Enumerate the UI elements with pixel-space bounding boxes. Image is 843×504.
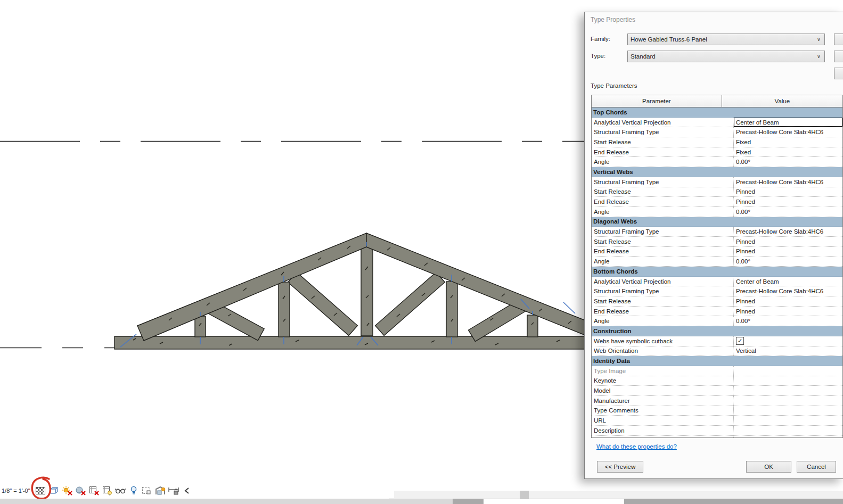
- parameter-row[interactable]: URL: [592, 416, 842, 426]
- parameter-value[interactable]: Pinned: [733, 247, 842, 257]
- parameter-row[interactable]: Angle0.00°: [592, 257, 842, 267]
- parameter-row[interactable]: Manufacturer: [592, 396, 842, 406]
- family-label: Family:: [591, 36, 610, 42]
- table-header: Parameter Value: [592, 95, 842, 108]
- section-header-row: Top Chords: [592, 108, 842, 118]
- section-header-row: Identity Data: [592, 356, 842, 366]
- parameter-value[interactable]: Precast-Hollow Core Slab:4HC6: [733, 127, 842, 137]
- parameter-row[interactable]: Type Comments: [592, 406, 842, 416]
- temporary-view-properties-icon[interactable]: [142, 485, 152, 496]
- parameter-value[interactable]: Pinned: [733, 296, 842, 306]
- parameter-value[interactable]: Precast-Hollow Core Slab:4HC6: [733, 286, 842, 296]
- rename-button[interactable]: [834, 68, 843, 79]
- parameter-row[interactable]: Keynote: [592, 376, 842, 386]
- parameter-name: Structural Framing Type: [592, 177, 733, 187]
- cancel-button[interactable]: Cancel: [797, 461, 836, 473]
- parameter-value[interactable]: Pinned: [733, 197, 842, 206]
- checkbox[interactable]: ✓: [736, 337, 744, 345]
- duplicate-button[interactable]: [834, 51, 843, 62]
- parameter-value[interactable]: 0.00°: [733, 207, 842, 217]
- chevron-down-icon: ∨: [817, 54, 821, 59]
- parameter-value[interactable]: Precast-Hollow Core Slab:4HC6: [733, 177, 842, 187]
- parameter-value[interactable]: 0.00°: [733, 157, 842, 167]
- detail-level-icon[interactable]: [35, 485, 46, 496]
- reveal-hidden-elements-icon[interactable]: [115, 485, 126, 496]
- parameter-name: End Release: [592, 247, 733, 257]
- type-combobox[interactable]: Standard ∨: [627, 51, 825, 62]
- truss-king-post: [361, 246, 373, 336]
- parameter-value[interactable]: Pinned: [733, 237, 842, 246]
- parameter-row[interactable]: Angle0.00°: [592, 207, 842, 217]
- parameter-value[interactable]: Precast-Hollow Core Slab:4HC6: [733, 227, 842, 236]
- parameter-row[interactable]: Model: [592, 386, 842, 396]
- parameter-row[interactable]: Assembly Code: [592, 436, 842, 438]
- parameter-value[interactable]: Center of Beam: [733, 277, 842, 286]
- parameter-row[interactable]: End ReleasePinned: [592, 197, 842, 207]
- parameter-row[interactable]: End ReleasePinned: [592, 307, 842, 317]
- parameter-row[interactable]: Description: [592, 426, 842, 436]
- parameter-name: End Release: [592, 147, 733, 157]
- parameter-value[interactable]: Pinned: [733, 307, 842, 316]
- crop-view-off-icon[interactable]: [88, 485, 99, 496]
- parameter-value[interactable]: Pinned: [733, 187, 842, 197]
- parameter-value[interactable]: [733, 436, 842, 438]
- parameter-row[interactable]: End ReleasePinned: [592, 247, 842, 257]
- parameter-value[interactable]: 0.00°: [733, 316, 842, 326]
- parameter-row[interactable]: Structural Framing TypePrecast-Hollow Co…: [592, 227, 842, 237]
- parameter-row[interactable]: Web OrientationVertical: [592, 346, 842, 357]
- parameter-value[interactable]: [733, 416, 842, 425]
- horizontal-scrollbar-thumb[interactable]: [520, 491, 529, 499]
- parameter-value[interactable]: Vertical: [733, 346, 842, 356]
- parameter-value[interactable]: Fixed: [733, 137, 842, 147]
- parameter-name: End Release: [592, 197, 733, 206]
- parameter-value[interactable]: [733, 376, 842, 386]
- reveal-constraints-icon[interactable]: [168, 485, 179, 496]
- parameter-row[interactable]: Type Image: [592, 366, 842, 376]
- parameter-value[interactable]: [733, 386, 842, 395]
- sun-path-off-icon[interactable]: [62, 485, 72, 496]
- horizontal-scrollbar[interactable]: [389, 491, 843, 499]
- temporary-hide-isolate-icon[interactable]: [128, 485, 139, 496]
- parameter-row[interactable]: Start ReleasePinned: [592, 237, 842, 247]
- displaced-elements-icon[interactable]: [155, 485, 166, 496]
- parameter-value[interactable]: [733, 406, 842, 416]
- parameter-name: Angle: [592, 257, 733, 266]
- parameter-row[interactable]: Angle0.00°: [592, 157, 842, 167]
- properties-help-link[interactable]: What do these properties do?: [596, 443, 677, 450]
- parameter-row[interactable]: Start ReleaseFixed: [592, 137, 842, 147]
- parameter-value[interactable]: Fixed: [733, 147, 842, 157]
- type-label: Type:: [591, 53, 605, 59]
- collapse-chevron-icon[interactable]: [182, 485, 192, 496]
- type-properties-dialog: Type Properties Family: Howe Gabled Trus…: [584, 12, 843, 479]
- parameter-value[interactable]: 0.00°: [733, 257, 842, 266]
- ok-button[interactable]: OK: [746, 461, 791, 473]
- dialog-title: Type Properties: [591, 16, 635, 23]
- view-control-bar: 1/8" = 1'-0": [0, 483, 394, 498]
- parameter-row[interactable]: Angle0.00°: [592, 316, 842, 326]
- parameter-row[interactable]: Start ReleasePinned: [592, 296, 842, 307]
- parameter-value[interactable]: [733, 426, 842, 435]
- preview-button[interactable]: << Preview: [597, 461, 643, 473]
- parameter-row[interactable]: Structural Framing TypePrecast-Hollow Co…: [592, 177, 842, 187]
- parameter-value[interactable]: ✓: [733, 336, 842, 346]
- parameter-row[interactable]: Start ReleasePinned: [592, 187, 842, 197]
- parameter-row[interactable]: Analytical Vertical ProjectionCenter of …: [592, 118, 842, 128]
- parameter-value[interactable]: Center of Beam: [733, 118, 842, 127]
- parameter-row[interactable]: End ReleaseFixed: [592, 147, 842, 158]
- visual-style-icon[interactable]: [48, 485, 59, 496]
- load-button[interactable]: [834, 34, 843, 45]
- parameter-row[interactable]: Analytical Vertical ProjectionCenter of …: [592, 277, 842, 287]
- parameter-value[interactable]: [733, 366, 842, 376]
- parameter-value[interactable]: [733, 396, 842, 406]
- parameter-column-header: Parameter: [592, 95, 722, 107]
- parameter-row[interactable]: Structural Framing TypePrecast-Hollow Co…: [592, 286, 842, 296]
- shadows-off-icon[interactable]: [75, 485, 86, 496]
- view-scale[interactable]: 1/8" = 1'-0": [2, 488, 30, 494]
- crop-region-visibility-icon[interactable]: [102, 485, 112, 496]
- family-combobox[interactable]: Howe Gabled Truss-6 Panel ∨: [627, 34, 825, 45]
- parameter-row[interactable]: Structural Framing TypePrecast-Hollow Co…: [592, 127, 842, 137]
- truss-vertical-web: [279, 282, 290, 337]
- parameter-name: Start Release: [592, 296, 733, 306]
- parameter-row[interactable]: Webs have symbolic cutback✓: [592, 336, 842, 346]
- truss-vertical-web: [446, 282, 457, 337]
